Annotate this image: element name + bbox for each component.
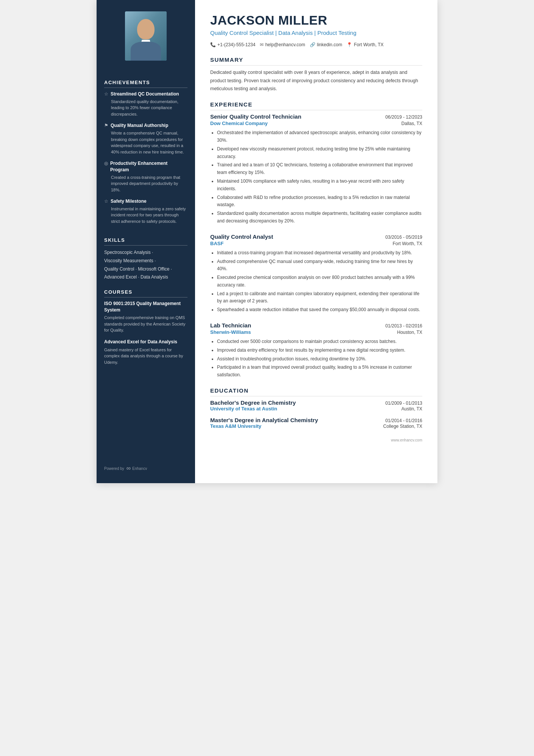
phone-icon: 📞 bbox=[210, 42, 216, 47]
course-item: ISO 9001:2015 Quality Management System … bbox=[104, 301, 187, 333]
avatar-container bbox=[104, 11, 187, 61]
logo-icon: ∞ bbox=[126, 465, 131, 472]
exp-job-title-1: Quality Control Analyst bbox=[210, 233, 273, 240]
achievement-icon-3: ☆ bbox=[104, 199, 108, 204]
exp-company-2: Sherwin-Williams bbox=[210, 329, 251, 335]
email-value: help@enhancv.com bbox=[265, 42, 305, 47]
bullet-item: Authored comprehensive QC manual used co… bbox=[217, 258, 422, 273]
achievement-icon-0: ☆ bbox=[104, 91, 108, 97]
courses-section-title: COURSES bbox=[104, 289, 187, 297]
bullet-item: Developed new viscosity measurement prot… bbox=[217, 146, 422, 161]
education-list: Bachelor's Degree in Chemistry 01/2009 -… bbox=[210, 399, 422, 429]
powered-by-bar: Powered by ∞ Enhancv bbox=[104, 457, 187, 472]
exp-company-1: BASF bbox=[210, 241, 223, 246]
linkedin-icon: 🔗 bbox=[310, 42, 315, 47]
achievement-icon-1: ⚑ bbox=[104, 123, 108, 128]
summary-text: Dedicated quality control specialist wit… bbox=[210, 69, 422, 93]
achievement-desc-2: Created a cross-training program that im… bbox=[104, 174, 187, 193]
exp-date-2: 01/2013 - 02/2016 bbox=[386, 323, 422, 329]
achievement-icon-2: ◎ bbox=[104, 161, 108, 166]
bullet-item: Standardized quality documentation acros… bbox=[217, 210, 422, 225]
bullet-item: Improved data entry efficiency for test … bbox=[217, 347, 422, 354]
footer-url: www.enhancv.com bbox=[391, 438, 422, 442]
achievement-item: ☆ Streamlined QC Documentation Standardi… bbox=[104, 91, 187, 117]
bullet-item: Orchestrated the implementation of advan… bbox=[217, 129, 422, 144]
resume-wrapper: ACHIEVEMENTS ☆ Streamlined QC Documentat… bbox=[97, 0, 437, 483]
brand-name: Enhancv bbox=[132, 466, 147, 471]
achievement-desc-1: Wrote a comprehensive QC manual, breakin… bbox=[104, 130, 187, 155]
enhancv-logo: ∞ Enhancv bbox=[126, 465, 147, 472]
powered-by-label: Powered by bbox=[104, 466, 124, 471]
experience-item: Senior Quality Control Technician 06/201… bbox=[210, 113, 422, 225]
experience-section-title: EXPERIENCE bbox=[210, 101, 422, 110]
edu-school-1: Texas A&M University bbox=[210, 423, 261, 429]
exp-location-1: Fort Worth, TX bbox=[393, 241, 422, 246]
bullet-item: Executed precise chemical composition an… bbox=[217, 274, 422, 289]
experience-item: Quality Control Analyst 03/2016 - 05/201… bbox=[210, 233, 422, 314]
achievements-section-title: ACHIEVEMENTS bbox=[104, 80, 187, 88]
bullet-item: Led a project to calibrate and maintain … bbox=[217, 290, 422, 305]
course-desc-0: Completed comprehensive training on QMS … bbox=[104, 315, 187, 333]
exp-date-1: 03/2016 - 05/2019 bbox=[386, 235, 422, 240]
course-title-0: ISO 9001:2015 Quality Management System bbox=[104, 301, 187, 313]
location-value: Fort Worth, TX bbox=[354, 42, 383, 47]
skill-line-3: Quality Control · Microsoft Office · bbox=[104, 265, 187, 274]
footer-bar: www.enhancv.com bbox=[210, 434, 422, 442]
exp-bullets-0: Orchestrated the implementation of advan… bbox=[210, 129, 422, 225]
achievement-title-0: Streamlined QC Documentation bbox=[111, 91, 179, 97]
avatar bbox=[125, 11, 167, 61]
courses-list: ISO 9001:2015 Quality Management System … bbox=[104, 301, 187, 371]
achievement-item: ⚑ Quality Manual Authorship Wrote a comp… bbox=[104, 122, 187, 155]
edu-location-1: College Station, TX bbox=[383, 424, 422, 429]
achievement-item: ◎ Productivity Enhancement Program Creat… bbox=[104, 160, 187, 193]
exp-location-0: Dallas, TX bbox=[401, 121, 422, 126]
avatar-body bbox=[131, 42, 161, 61]
experience-item: Lab Technician 01/2013 - 02/2016 Sherwin… bbox=[210, 322, 422, 379]
bullet-item: Spearheaded a waste reduction initiative… bbox=[217, 306, 422, 314]
education-item: Bachelor's Degree in Chemistry 01/2009 -… bbox=[210, 399, 422, 412]
sidebar: ACHIEVEMENTS ☆ Streamlined QC Documentat… bbox=[97, 0, 195, 483]
experience-list: Senior Quality Control Technician 06/201… bbox=[210, 113, 422, 379]
phone-contact: 📞 +1-(234)-555-1234 bbox=[210, 42, 255, 47]
achievement-desc-3: Instrumental in maintaining a zero safet… bbox=[104, 206, 187, 225]
course-title-1: Advanced Excel for Data Analysis bbox=[104, 339, 187, 345]
edu-location-0: Austin, TX bbox=[401, 406, 422, 412]
edu-date-0: 01/2009 - 01/2013 bbox=[386, 401, 422, 406]
exp-job-title-0: Senior Quality Control Technician bbox=[210, 113, 301, 120]
exp-location-2: Houston, TX bbox=[397, 330, 422, 335]
avatar-image bbox=[125, 11, 167, 61]
bullet-item: Assisted in troubleshooting production i… bbox=[217, 355, 422, 363]
exp-job-title-2: Lab Technician bbox=[210, 322, 251, 329]
achievement-title-3: Safety Milestone bbox=[111, 198, 147, 205]
exp-date-0: 06/2019 - 12/2023 bbox=[386, 114, 422, 120]
skills-section-title: SKILLS bbox=[104, 237, 187, 246]
education-item: Master's Degree in Analytical Chemistry … bbox=[210, 417, 422, 429]
linkedin-value: linkedin.com bbox=[317, 42, 342, 47]
main-content: JACKSON MILLER Quality Control Specialis… bbox=[195, 0, 437, 483]
bullet-item: Maintained 100% compliance with safety r… bbox=[217, 178, 422, 193]
email-icon: ✉ bbox=[260, 42, 264, 47]
contact-bar: 📞 +1-(234)-555-1234 ✉ help@enhancv.com 🔗… bbox=[210, 42, 422, 47]
avatar-head bbox=[137, 19, 155, 39]
linkedin-contact: 🔗 linkedin.com bbox=[310, 42, 342, 47]
bullet-item: Collaborated with R&D to refine producti… bbox=[217, 194, 422, 209]
edu-school-0: University of Texas at Austin bbox=[210, 406, 277, 412]
achievement-item: ☆ Safety Milestone Instrumental in maint… bbox=[104, 198, 187, 224]
achievements-list: ☆ Streamlined QC Documentation Standardi… bbox=[104, 91, 187, 230]
skill-line-4: Advanced Excel · Data Analysis bbox=[104, 273, 187, 282]
course-item: Advanced Excel for Data Analysis Gained … bbox=[104, 339, 187, 365]
bullet-item: Conducted over 5000 color comparisons to… bbox=[217, 338, 422, 346]
exp-bullets-2: Conducted over 5000 color comparisons to… bbox=[210, 338, 422, 379]
achievement-desc-0: Standardized quality documentation, lead… bbox=[104, 99, 187, 117]
phone-value: +1-(234)-555-1234 bbox=[217, 42, 255, 47]
edu-date-1: 01/2014 - 01/2016 bbox=[386, 418, 422, 423]
edu-degree-1: Master's Degree in Analytical Chemistry bbox=[210, 417, 318, 423]
location-contact: 📍 Fort Worth, TX bbox=[347, 42, 383, 47]
email-contact: ✉ help@enhancv.com bbox=[260, 42, 305, 47]
achievement-title-2: Productivity Enhancement Program bbox=[110, 160, 187, 173]
exp-company-0: Dow Chemical Company bbox=[210, 121, 268, 126]
achievement-title-1: Quality Manual Authorship bbox=[111, 122, 168, 129]
education-section-title: EDUCATION bbox=[210, 387, 422, 396]
name-heading: JACKSON MILLER bbox=[210, 13, 422, 27]
course-desc-1: Gained mastery of Excel features for com… bbox=[104, 347, 187, 366]
